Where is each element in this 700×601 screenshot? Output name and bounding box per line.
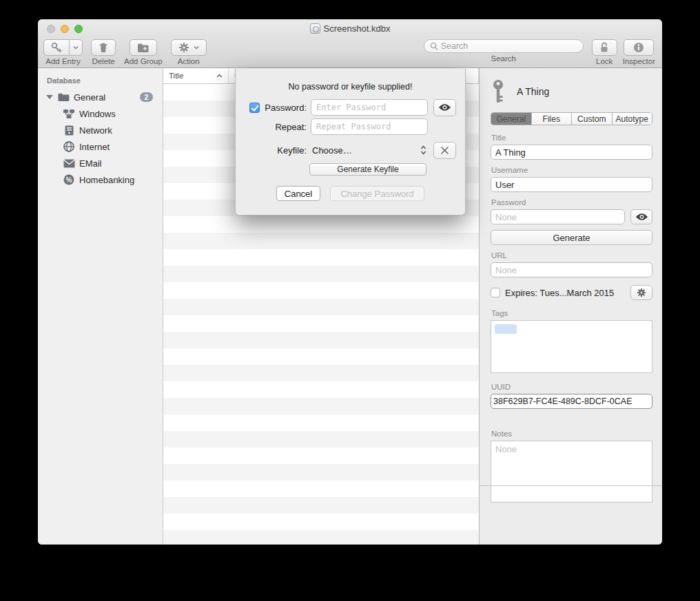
entry-title: A Thing [517,86,549,97]
lock-icon [599,42,609,53]
inspector-button[interactable] [624,39,654,56]
add-entry-toolbar-item: Add Entry [43,39,83,65]
svg-text:%: % [66,176,72,184]
tab-label: General [496,114,526,124]
lock-label: Lock [596,57,612,65]
search-input[interactable] [441,41,577,51]
tab-label: Custom [577,114,606,124]
keyfile-row-label: Keyfile: [261,145,307,156]
sidebar-item-windows[interactable]: Windows [38,105,163,122]
search-toolbar-item: Search [424,39,584,63]
cancel-button[interactable]: Cancel [276,186,320,201]
add-entry-button[interactable] [43,39,70,56]
sidebar-item-general[interactable]: General 2 [38,89,163,105]
tags-field[interactable] [491,320,652,373]
sidebar-item-label: Network [79,125,112,136]
uuid-value: 38F629B7-FC4E-489C-8DCF-0CAE [493,397,632,406]
change-password-button[interactable]: Change Password [330,186,424,201]
generate-keyfile-button[interactable]: Generate Keyfile [309,163,426,176]
info-icon [633,42,644,53]
sidebar-item-email[interactable]: EMail [38,155,163,171]
sidebar-item-label: Homebanking [79,175,134,185]
sidebar-section-header: Database [38,75,163,89]
keyfile-popup[interactable]: Choose… [311,145,428,156]
delete-toolbar-item: Delete [91,39,116,65]
action-toolbar-item: Action [171,39,207,65]
globe-icon [63,141,75,152]
uuid-field[interactable]: 38F629B7-FC4E-489C-8DCF-0CAE [491,394,652,409]
repeat-row-label: Repeat: [261,122,307,132]
search-icon [430,42,438,50]
add-entry-dropdown-button[interactable] [70,39,83,56]
url-field-label: URL [491,251,652,260]
toolbar: Add Entry Delete Add Group [38,39,662,68]
server-icon [63,125,75,136]
clear-keyfile-button[interactable] [433,142,456,159]
stepper-icon [420,145,426,155]
title-field-label: Title [491,134,652,142]
notes-field[interactable] [491,441,652,503]
url-field[interactable] [491,262,652,277]
lock-button[interactable] [592,39,617,56]
network-computers-icon [63,109,75,119]
search-label: Search [491,54,515,63]
uuid-field-label: UUID [491,383,652,391]
sidebar-item-label: Internet [79,142,110,152]
sheet-warning-message: No password or keyfile supplied! [236,82,465,92]
eye-icon [635,213,648,221]
sidebar-item-label: General [74,92,105,103]
sidebar-item-network[interactable]: Network [38,122,163,138]
change-password-sheet: No password or keyfile supplied! Passwor… [235,69,466,215]
inspector-divider [480,485,662,486]
sidebar-item-homebanking[interactable]: % Homebanking [38,171,163,188]
keyfile-popup-value: Choose… [312,145,352,156]
password-row-label: Password: [261,103,307,113]
add-group-button[interactable] [130,39,157,56]
delete-button[interactable] [91,39,116,56]
close-x-icon [440,146,449,155]
inspector-panel: A Thing General Files Custom Autotype Ti… [479,68,662,545]
password-checkbox[interactable] [249,103,260,113]
expires-checkbox[interactable] [491,288,500,297]
inspector-toolbar-item: Inspector [623,39,655,65]
tab-files[interactable]: Files [532,113,573,125]
column-header-title[interactable]: Title [163,68,229,83]
search-field-wrap [424,39,584,53]
window-chrome: Screenshot.kdbx Add Ent [38,19,662,68]
chevron-down-icon [73,45,79,50]
tab-general[interactable]: General [491,113,532,125]
password-field[interactable] [491,209,625,224]
sort-ascending-icon [216,74,223,78]
reveal-password-button[interactable] [433,99,456,116]
expires-settings-button[interactable] [630,285,652,300]
chevron-down-icon [194,45,199,50]
enter-password-input[interactable] [311,99,428,116]
username-field[interactable] [491,177,652,192]
reveal-password-button[interactable] [630,209,652,224]
repeat-password-input[interactable] [311,118,428,135]
tab-custom[interactable]: Custom [572,113,612,125]
username-field-label: Username [491,166,652,174]
entry-count-badge: 2 [140,92,153,102]
inspector-label: Inspector [623,57,655,65]
sidebar-item-label: EMail [79,158,102,169]
action-button[interactable] [171,39,207,56]
add-group-toolbar-item: Add Group [124,39,163,65]
disclosure-triangle-icon[interactable] [46,95,53,99]
add-entry-label: Add Entry [45,57,81,65]
window-title-group: Screenshot.kdbx [38,23,662,34]
title-field[interactable] [491,145,652,160]
tag-token[interactable] [495,324,517,334]
sidebar-item-internet[interactable]: Internet [38,138,163,155]
generate-password-button[interactable]: Generate [491,230,652,245]
inspector-tabs: General Files Custom Autotype [491,112,652,125]
window-title: Screenshot.kdbx [324,23,391,34]
tab-autotype[interactable]: Autotype [612,113,652,125]
document-proxy-icon[interactable] [310,23,320,34]
titlebar[interactable]: Screenshot.kdbx [38,19,662,39]
action-label: Action [178,57,200,65]
add-group-label: Add Group [124,57,163,65]
tab-label: Files [543,114,560,124]
app-window: Screenshot.kdbx Add Ent [38,19,662,545]
tab-label: Autotype [616,114,648,124]
